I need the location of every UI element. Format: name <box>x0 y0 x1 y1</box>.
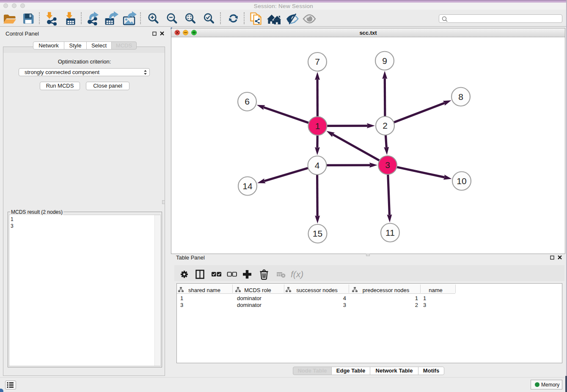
svg-text:7: 7 <box>315 57 320 66</box>
svg-text:6: 6 <box>245 97 250 106</box>
svg-text:14: 14 <box>242 181 253 191</box>
svg-text:8: 8 <box>458 92 463 102</box>
svg-text:f(x): f(x) <box>291 269 303 279</box>
svg-text:10: 10 <box>457 176 466 186</box>
svg-text:15: 15 <box>313 229 322 238</box>
svg-text:2: 2 <box>383 121 388 130</box>
svg-text:1: 1 <box>315 121 320 131</box>
svg-text:3: 3 <box>385 160 390 170</box>
svg-text:9: 9 <box>382 56 387 66</box>
svg-text:4: 4 <box>315 160 320 170</box>
svg-text:11: 11 <box>385 228 395 237</box>
